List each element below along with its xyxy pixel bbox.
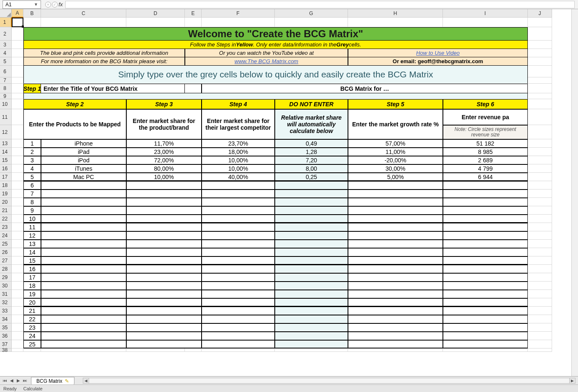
competitor-share-input[interactable] — [202, 198, 275, 206]
row-header-33[interactable]: 33 — [0, 307, 12, 315]
revenue-input[interactable] — [443, 332, 528, 340]
column-header-C[interactable]: C — [41, 9, 126, 18]
spreadsheet-grid[interactable]: ABCDEFGHIJ123456789101112131415161718192… — [0, 9, 552, 376]
revenue-input[interactable] — [443, 223, 528, 231]
revenue-input[interactable] — [443, 282, 528, 290]
product-name-input[interactable] — [41, 181, 126, 190]
market-share-input[interactable]: 23,00% — [126, 148, 202, 156]
product-name-input[interactable]: iPad — [41, 148, 126, 156]
growth-rate-input[interactable] — [348, 256, 443, 265]
product-name-input[interactable]: iPhone — [41, 139, 126, 148]
product-name-input[interactable]: Mac PC — [41, 173, 126, 181]
growth-rate-input[interactable]: 11,00% — [348, 148, 443, 156]
row-header-28[interactable]: 28 — [0, 265, 12, 273]
market-share-input[interactable] — [126, 273, 202, 282]
revenue-input[interactable] — [443, 340, 528, 348]
row-header-10[interactable]: 10 — [0, 99, 12, 109]
row-header-15[interactable]: 15 — [0, 156, 12, 164]
market-share-input[interactable] — [126, 298, 202, 307]
growth-rate-input[interactable] — [348, 198, 443, 206]
competitor-share-input[interactable] — [202, 181, 275, 190]
revenue-input[interactable]: 2 689 — [443, 156, 528, 164]
product-name-input[interactable] — [41, 315, 126, 323]
row-header-17[interactable]: 17 — [0, 173, 12, 181]
market-share-input[interactable] — [126, 190, 202, 198]
revenue-input[interactable]: 8 985 — [443, 148, 528, 156]
market-share-input[interactable] — [126, 206, 202, 215]
product-name-input[interactable] — [41, 248, 126, 256]
row-header-20[interactable]: 20 — [0, 198, 12, 206]
revenue-input[interactable]: 6 944 — [443, 173, 528, 181]
product-name-input[interactable] — [41, 307, 126, 315]
product-name-input[interactable] — [41, 265, 126, 273]
revenue-input[interactable] — [443, 315, 528, 323]
revenue-input[interactable] — [443, 206, 528, 215]
growth-rate-input[interactable] — [348, 290, 443, 298]
market-share-input[interactable] — [126, 290, 202, 298]
cancel-formula-icon[interactable]: × — [45, 2, 51, 8]
growth-rate-input[interactable] — [348, 273, 443, 282]
revenue-input[interactable] — [443, 265, 528, 273]
revenue-input[interactable] — [443, 323, 528, 332]
tab-nav-prev-icon[interactable]: ◀ — [8, 377, 15, 384]
competitor-share-input[interactable]: 23,70% — [202, 139, 275, 148]
product-name-input[interactable] — [41, 256, 126, 265]
revenue-input[interactable] — [443, 190, 528, 198]
competitor-share-input[interactable] — [202, 323, 275, 332]
row-header-32[interactable]: 32 — [0, 298, 12, 307]
market-share-input[interactable] — [126, 256, 202, 265]
column-header-F[interactable]: F — [202, 9, 275, 18]
product-name-input[interactable]: iPod — [41, 156, 126, 164]
row-header-26[interactable]: 26 — [0, 248, 12, 256]
growth-rate-input[interactable] — [348, 323, 443, 332]
revenue-input[interactable] — [443, 198, 528, 206]
name-box[interactable]: A1 ▼ — [3, 0, 41, 9]
market-share-input[interactable] — [126, 198, 202, 206]
row-header-21[interactable]: 21 — [0, 206, 12, 215]
product-name-input[interactable] — [41, 273, 126, 282]
row-header-34[interactable]: 34 — [0, 315, 12, 323]
row-header-23[interactable]: 23 — [0, 223, 12, 231]
row-header-16[interactable]: 16 — [0, 164, 12, 173]
revenue-input[interactable] — [443, 273, 528, 282]
row-header-24[interactable]: 24 — [0, 231, 12, 240]
product-name-input[interactable] — [41, 340, 126, 348]
growth-rate-input[interactable]: -20,00% — [348, 156, 443, 164]
row-header-22[interactable]: 22 — [0, 215, 12, 223]
vertical-scrollbar[interactable] — [571, 9, 578, 376]
revenue-input[interactable]: 51 182 — [443, 139, 528, 148]
hscroll-right-icon[interactable]: ▶ — [569, 378, 575, 383]
growth-rate-input[interactable] — [348, 181, 443, 190]
competitor-share-input[interactable]: 10,00% — [202, 156, 275, 164]
row-header-29[interactable]: 29 — [0, 273, 12, 282]
competitor-share-input[interactable] — [202, 273, 275, 282]
row-header-35[interactable]: 35 — [0, 323, 12, 332]
growth-rate-input[interactable] — [348, 223, 443, 231]
row-header-31[interactable]: 31 — [0, 290, 12, 298]
market-share-input[interactable] — [126, 307, 202, 315]
product-name-input[interactable] — [41, 231, 126, 240]
row-header-7[interactable]: 7 — [0, 77, 12, 84]
competitor-share-input[interactable] — [202, 332, 275, 340]
competitor-share-input[interactable] — [202, 223, 275, 231]
competitor-share-input[interactable] — [202, 315, 275, 323]
product-name-input[interactable]: iTunes — [41, 164, 126, 173]
product-name-input[interactable] — [41, 332, 126, 340]
revenue-input[interactable] — [443, 248, 528, 256]
growth-rate-input[interactable] — [348, 240, 443, 248]
growth-rate-input[interactable]: 30,00% — [348, 164, 443, 173]
product-name-input[interactable] — [41, 323, 126, 332]
market-share-input[interactable]: 72,00% — [126, 156, 202, 164]
growth-rate-input[interactable] — [348, 298, 443, 307]
product-name-input[interactable] — [41, 198, 126, 206]
market-share-input[interactable] — [126, 240, 202, 248]
bcg-title-input[interactable]: BCG Matrix for … — [202, 84, 528, 93]
competitor-share-input[interactable] — [202, 298, 275, 307]
product-name-input[interactable] — [41, 223, 126, 231]
column-header-G[interactable]: G — [275, 9, 348, 18]
row-header-9[interactable]: 9 — [0, 93, 12, 99]
enter-formula-icon[interactable]: ✓ — [52, 2, 58, 8]
revenue-input[interactable] — [443, 215, 528, 223]
horizontal-scrollbar[interactable]: ◀ ▶ — [83, 378, 575, 384]
competitor-share-input[interactable] — [202, 206, 275, 215]
